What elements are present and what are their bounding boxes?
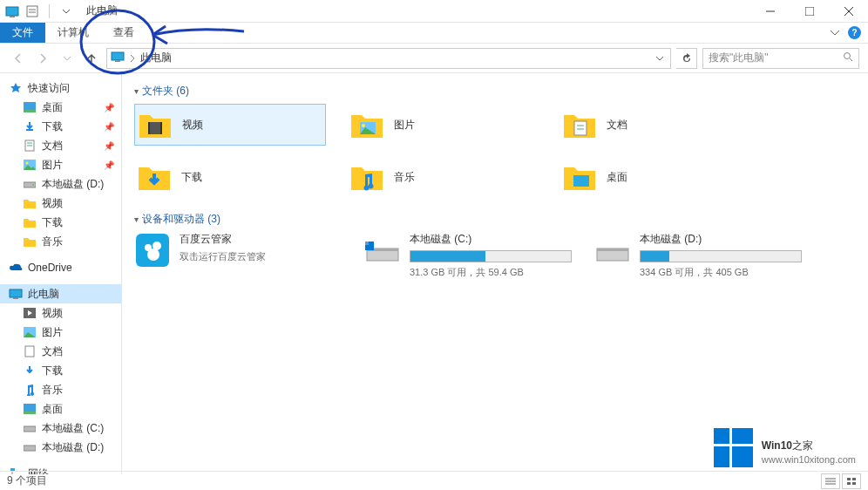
- sidebar-quick-access[interactable]: 快速访问: [0, 78, 121, 98]
- pc-icon: [111, 51, 125, 65]
- star-icon: [9, 81, 23, 95]
- sidebar-item-pictures[interactable]: 图片📌: [0, 155, 121, 174]
- qat-properties-icon[interactable]: [23, 2, 42, 21]
- help-icon[interactable]: ?: [848, 26, 861, 39]
- drive-icon: [23, 440, 37, 454]
- svg-rect-22: [10, 289, 22, 297]
- drive-label: 本地磁盘 (D:): [640, 232, 804, 247]
- sidebar-this-pc[interactable]: 此电脑: [0, 284, 121, 303]
- tab-computer[interactable]: 计算机: [45, 23, 101, 43]
- document-icon: [23, 344, 37, 358]
- onedrive-icon: [9, 261, 23, 275]
- sidebar-item-downloads[interactable]: 下载📌: [0, 117, 121, 136]
- sidebar-item-videos[interactable]: 视频: [0, 194, 121, 213]
- sidebar-pc-drive-c[interactable]: 本地磁盘 (C:): [0, 419, 121, 438]
- folder-video-icon: [137, 106, 173, 143]
- sidebar-item-music[interactable]: 音乐: [0, 232, 121, 251]
- address-field[interactable]: 此电脑: [106, 48, 671, 69]
- folder-label: 图片: [394, 118, 415, 133]
- sidebar-pc-music[interactable]: 音乐: [0, 380, 121, 399]
- status-text: 9 个项目: [7, 473, 47, 488]
- chevron-down-icon: ▾: [134, 86, 139, 96]
- pin-icon: 📌: [104, 122, 114, 132]
- svg-point-45: [147, 248, 159, 261]
- sidebar-pc-downloads[interactable]: 下载: [0, 361, 121, 380]
- download-icon: [23, 364, 37, 378]
- sidebar-label: 图片: [42, 325, 63, 340]
- folder-documents[interactable]: 文档: [559, 104, 751, 146]
- svg-rect-13: [24, 102, 36, 110]
- drive-d[interactable]: 本地磁盘 (D:) 334 GB 可用，共 405 GB: [594, 232, 804, 279]
- refresh-button[interactable]: [676, 48, 697, 69]
- minimize-button[interactable]: [750, 0, 790, 23]
- back-button[interactable]: [9, 49, 28, 68]
- group-drives-header[interactable]: ▾ 设备和驱动器 (3): [134, 212, 856, 227]
- group-folders-header[interactable]: ▾ 文件夹 (6): [134, 84, 856, 99]
- folder-icon: [23, 215, 37, 229]
- breadcrumb[interactable]: 此电脑: [140, 51, 172, 65]
- svg-rect-27: [24, 404, 36, 412]
- sidebar-label: 音乐: [42, 383, 63, 398]
- sidebar-label: 文档: [42, 344, 63, 359]
- svg-rect-34: [148, 122, 150, 134]
- recent-dropdown-icon[interactable]: [58, 49, 77, 68]
- sidebar-label: 本地磁盘 (D:): [42, 440, 104, 455]
- sidebar-item-documents[interactable]: 文档📌: [0, 136, 121, 155]
- forward-button[interactable]: [33, 49, 52, 68]
- watermark-suffix: 之家: [792, 439, 813, 452]
- view-details-button[interactable]: [821, 473, 840, 489]
- document-icon: [23, 139, 37, 153]
- address-bar: 此电脑 搜索"此电脑": [0, 44, 868, 73]
- folder-videos[interactable]: 视频: [134, 104, 326, 146]
- search-input[interactable]: 搜索"此电脑": [702, 48, 859, 69]
- sidebar-onedrive[interactable]: OneDrive: [0, 258, 121, 277]
- maximize-button[interactable]: [790, 0, 829, 23]
- search-placeholder: 搜索"此电脑": [709, 51, 769, 65]
- ribbon-tabs: 文件 计算机 查看 ?: [0, 23, 868, 44]
- drive-c[interactable]: 本地磁盘 (C:) 31.3 GB 可用，共 59.4 GB: [364, 232, 573, 279]
- up-button[interactable]: [82, 49, 101, 68]
- folder-desktop[interactable]: 桌面: [559, 156, 751, 198]
- windows-logo-icon: [714, 428, 753, 467]
- sidebar-pc-drive-d[interactable]: 本地磁盘 (D:): [0, 438, 121, 457]
- baidu-icon: [134, 232, 171, 269]
- folder-pictures[interactable]: 图片: [347, 104, 539, 146]
- sidebar: 快速访问 桌面📌 下载📌 文档📌 图片📌 本地磁盘 (D:) 视频 下载 音乐 …: [0, 73, 122, 474]
- qat-dropdown-icon[interactable]: [57, 2, 76, 21]
- ribbon-right: ?: [831, 23, 868, 43]
- folder-downloads[interactable]: 下载: [134, 156, 326, 198]
- sidebar-item-downloads2[interactable]: 下载: [0, 213, 121, 232]
- watermark-url: www.win10xitong.com: [762, 454, 856, 465]
- ribbon-expand-icon[interactable]: [831, 27, 839, 39]
- folder-label: 桌面: [607, 170, 627, 185]
- tab-view[interactable]: 查看: [101, 23, 146, 43]
- pin-icon: 📌: [104, 141, 114, 151]
- svg-rect-9: [112, 52, 124, 60]
- svg-rect-26: [25, 346, 34, 357]
- svg-rect-56: [852, 478, 856, 480]
- svg-rect-10: [115, 60, 120, 62]
- folder-label: 下载: [181, 170, 202, 185]
- folder-music[interactable]: 音乐: [347, 156, 539, 198]
- sidebar-pc-desktop[interactable]: 桌面: [0, 399, 121, 419]
- sidebar-pc-documents[interactable]: 文档: [0, 342, 121, 361]
- sidebar-item-disk-d[interactable]: 本地磁盘 (D:): [0, 174, 121, 194]
- watermark-brand: Win10: [762, 439, 792, 452]
- sidebar-label: 本地磁盘 (D:): [42, 177, 104, 192]
- svg-rect-29: [24, 426, 36, 432]
- status-bar: 9 个项目: [0, 471, 868, 490]
- tab-file[interactable]: 文件: [0, 23, 45, 43]
- chevron-down-icon: ▾: [134, 214, 139, 224]
- address-dropdown-icon[interactable]: [653, 52, 667, 65]
- folder-icon: [23, 235, 37, 248]
- sidebar-pc-pictures[interactable]: 图片: [0, 323, 121, 342]
- sidebar-label: 下载: [42, 119, 63, 134]
- view-icons-button[interactable]: [842, 473, 861, 489]
- app-baidu[interactable]: 百度云管家 双击运行百度云管家: [134, 232, 343, 279]
- pin-icon: 📌: [104, 160, 114, 170]
- close-button[interactable]: [829, 0, 868, 23]
- app-name: 百度云管家: [180, 232, 343, 247]
- sidebar-item-desktop[interactable]: 桌面📌: [0, 98, 121, 117]
- folder-picture-icon: [349, 106, 385, 143]
- sidebar-pc-videos[interactable]: 视频: [0, 303, 121, 323]
